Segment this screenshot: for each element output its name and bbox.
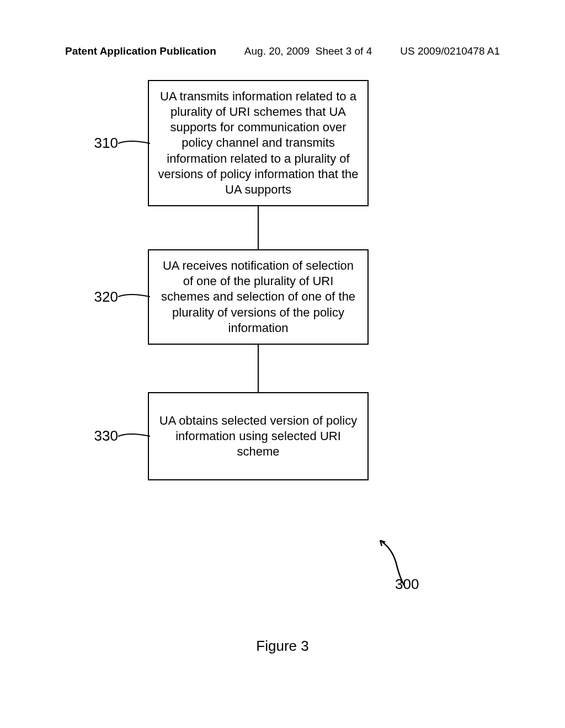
flow-box-320: UA receives notification of selection of… <box>148 249 369 345</box>
flow-box-text: UA transmits information related to a pl… <box>158 89 359 197</box>
flow-box-310: UA transmits information related to a pl… <box>148 80 369 206</box>
header-date: Aug. 20, 2009 <box>244 45 310 57</box>
flow-connector <box>148 345 369 392</box>
page: Patent Application Publication Aug. 20, … <box>0 0 565 728</box>
flow-step-320: 320 UA receives notification of selectio… <box>65 249 500 345</box>
leader-line-icon <box>118 291 150 302</box>
diagram-reference-number: 300 <box>395 576 419 593</box>
step-ref-320: 320 <box>85 288 118 306</box>
step-ref-330: 330 <box>85 427 118 445</box>
step-ref-310: 310 <box>85 135 118 152</box>
flowchart: 310 UA transmits information related to … <box>65 80 500 480</box>
connector-line-icon <box>258 206 259 249</box>
leader-line-icon <box>118 431 150 442</box>
header-publication-number: US 2009/0210478 A1 <box>400 45 500 57</box>
connector-line-icon <box>258 345 259 392</box>
flow-box-330: UA obtains selected version of policy in… <box>148 392 369 480</box>
header-publication-type: Patent Application Publication <box>65 45 216 57</box>
flow-step-330: 330 UA obtains selected version of polic… <box>65 392 500 480</box>
flow-connector <box>148 206 369 249</box>
flow-box-text: UA obtains selected version of policy in… <box>158 413 359 459</box>
flow-step-310: 310 UA transmits information related to … <box>65 80 500 206</box>
header-date-sheet: Aug. 20, 2009 Sheet 3 of 4 <box>244 45 372 57</box>
leader-line-icon <box>118 138 150 149</box>
figure-caption: Figure 3 <box>0 638 565 655</box>
flow-box-text: UA receives notification of selection of… <box>158 258 359 336</box>
header-sheet: Sheet 3 of 4 <box>316 45 372 57</box>
page-header: Patent Application Publication Aug. 20, … <box>0 45 565 57</box>
